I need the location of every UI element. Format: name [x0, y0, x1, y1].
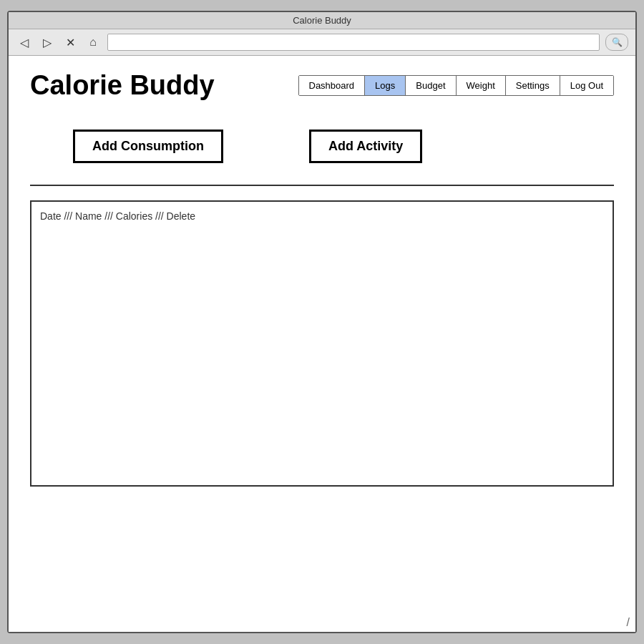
close-button[interactable]: ✕	[62, 34, 79, 51]
search-icon: 🔍	[612, 37, 623, 47]
nav-budget[interactable]: Budget	[406, 76, 456, 95]
app-title: Calorie Buddy	[30, 70, 215, 101]
add-consumption-button[interactable]: Add Consumption	[73, 130, 223, 163]
action-buttons: Add Consumption Add Activity	[30, 122, 614, 170]
address-bar[interactable]	[107, 34, 600, 51]
page-content: Calorie Buddy Dashboard Logs Budget Weig…	[9, 56, 635, 632]
browser-toolbar: ◁ ▷ ✕ ⌂ 🔍	[9, 29, 635, 56]
add-activity-button[interactable]: Add Activity	[309, 130, 422, 163]
log-table-header: Date /// Name /// Calories /// Delete	[40, 210, 604, 222]
page-header: Calorie Buddy Dashboard Logs Budget Weig…	[30, 70, 614, 101]
browser-title: Calorie Buddy	[293, 15, 351, 26]
log-table: Date /// Name /// Calories /// Delete	[30, 200, 614, 487]
browser-window: Calorie Buddy ◁ ▷ ✕ ⌂ 🔍 Calorie Buddy Da…	[7, 11, 637, 633]
nav-dashboard[interactable]: Dashboard	[299, 76, 366, 95]
resize-handle[interactable]: /	[627, 616, 630, 629]
nav-bar: Dashboard Logs Budget Weight Settings Lo…	[298, 75, 615, 96]
browser-titlebar: Calorie Buddy	[9, 12, 635, 29]
forward-button[interactable]: ▷	[39, 34, 56, 51]
nav-settings[interactable]: Settings	[506, 76, 560, 95]
home-button[interactable]: ⌂	[84, 34, 102, 51]
nav-logout[interactable]: Log Out	[560, 76, 613, 95]
section-divider	[30, 185, 614, 186]
nav-weight[interactable]: Weight	[457, 76, 506, 95]
back-button[interactable]: ◁	[16, 34, 33, 51]
search-button[interactable]: 🔍	[605, 34, 628, 51]
nav-logs[interactable]: Logs	[365, 76, 406, 95]
